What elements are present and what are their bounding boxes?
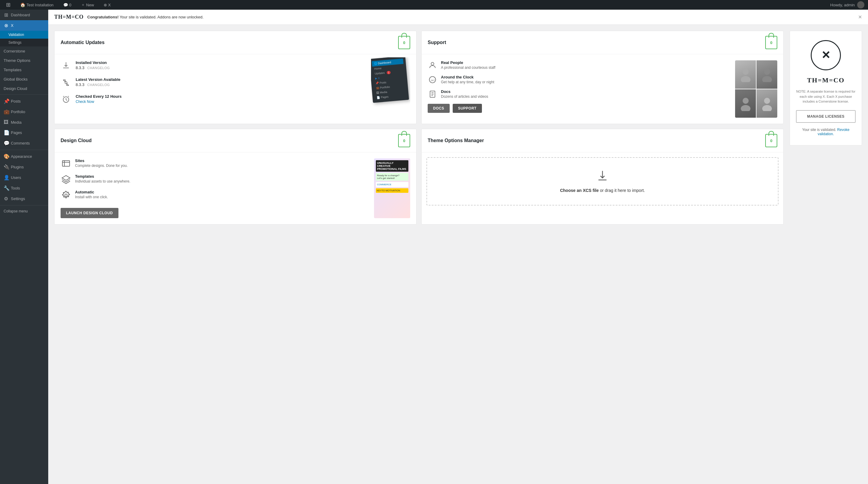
notice-close-button[interactable]: ✕: [858, 14, 862, 20]
dashboard-icon: ⊞: [4, 12, 8, 18]
clock-label: Around the Clock: [441, 75, 494, 79]
updates-lock-badge: 0: [398, 36, 410, 49]
support-panel: Support 0: [421, 31, 784, 124]
appearance-icon: 🎨: [4, 153, 8, 159]
real-people-item: Real People A professional and courteous…: [428, 60, 732, 70]
sidebar-item-design-cloud[interactable]: Design Cloud: [0, 84, 48, 93]
x-adminbar[interactable]: ⊗ X: [101, 0, 113, 10]
x-logo-circle: ✕: [811, 40, 841, 70]
launch-design-cloud-button[interactable]: LAUNCH DESIGN CLOUD: [61, 208, 119, 218]
x-promo-note: NOTE: A separate license is required for…: [796, 89, 856, 104]
svg-point-13: [741, 105, 750, 111]
support-lock-badge: 0: [765, 36, 777, 49]
latest-version-item: Latest Version Available 8.3.3 CHANGELOG: [61, 77, 366, 88]
right-sidebar: ✕ TH=M=CO NOTE: A separate license is re…: [789, 31, 862, 225]
x-menu-icon: ⊗: [4, 23, 8, 28]
sidebar-item-posts[interactable]: 📌 Posts: [0, 96, 48, 107]
svg-rect-16: [62, 161, 70, 166]
sidebar-item-pages[interactable]: 📄 Pages: [0, 127, 48, 138]
clock-desc: Get help at any time, day or night: [441, 80, 494, 84]
latest-changelog-link[interactable]: CHANGELOG: [87, 83, 110, 87]
sidebar-item-portfolio[interactable]: 💼 Portfolio: [0, 107, 48, 117]
sidebar-item-settings[interactable]: ⚙ Settings: [0, 193, 48, 204]
new-content[interactable]: ＋ New: [79, 0, 96, 10]
comments-link[interactable]: 💬 0: [61, 0, 74, 10]
design-cloud-panel: Design Cloud 0: [54, 129, 416, 225]
sidebar-item-users[interactable]: 👤 Users: [0, 172, 48, 183]
svg-point-15: [762, 105, 772, 111]
notice-text: Congratulations! Your site is validated.…: [87, 15, 855, 19]
installed-changelog-link[interactable]: CHANGELOG: [87, 66, 110, 70]
installed-version-item: Installed Version 8.3.3 CHANGELOG: [61, 60, 366, 71]
sidebar: ⊞ Dashboard ⊗ X Validation Settings: [0, 10, 48, 484]
sidebar-item-theme-options[interactable]: Theme Options: [0, 56, 48, 65]
svg-point-14: [764, 98, 770, 104]
sites-label: Sites: [75, 159, 128, 163]
site-name[interactable]: 🏠 Test Installation: [18, 0, 56, 10]
media-icon: 🖼: [4, 119, 8, 125]
gear-icon: [61, 190, 71, 201]
x-validated-text: Your site is validated. Revoke validatio…: [796, 127, 856, 136]
docs-button[interactable]: DOCS: [428, 104, 450, 113]
design-templates-item: Templates Individual assets to use anywh…: [61, 174, 369, 185]
sites-icon: [61, 159, 71, 169]
latest-version-value: 8.3.3: [76, 82, 84, 87]
check-now-link[interactable]: Check Now: [76, 99, 94, 104]
docs-label: Docs: [441, 89, 488, 94]
sidebar-item-collapse[interactable]: Collapse menu: [0, 207, 48, 216]
real-people-desc: A professional and courteous staff: [441, 65, 495, 70]
svg-point-20: [65, 194, 67, 196]
comments-menu-icon: 💬: [4, 140, 8, 146]
sidebar-item-tools[interactable]: 🔧 Tools: [0, 183, 48, 193]
svg-point-11: [762, 76, 772, 82]
support-panel-title: Support: [428, 40, 446, 45]
sites-desc: Complete designs. Done for you.: [75, 164, 128, 168]
docs-desc: Dozens of articles and videos: [441, 94, 488, 99]
design-templates-label: Templates: [75, 174, 130, 179]
sidebar-item-plugins[interactable]: 🔌 Plugins: [0, 162, 48, 172]
manage-licenses-button[interactable]: MANAGE LICENSES: [796, 110, 856, 123]
xcs-drop-area[interactable]: Choose an XCS file or drag it here to im…: [427, 157, 778, 205]
svg-text:24/7: 24/7: [431, 79, 435, 82]
layers-icon: [61, 174, 71, 185]
sidebar-item-appearance[interactable]: 🎨 Appearance: [0, 151, 48, 162]
admin-bar-right: Howdy, admin: [830, 1, 864, 8]
settings-icon: ⚙: [4, 196, 8, 202]
download-icon: [61, 60, 71, 71]
design-cloud-panel-title: Design Cloud: [61, 138, 92, 143]
sidebar-item-dashboard[interactable]: ⊞ Dashboard: [0, 10, 48, 20]
sidebar-item-media[interactable]: 🖼 Media: [0, 117, 48, 127]
svg-point-12: [743, 98, 749, 104]
svg-point-9: [741, 76, 750, 82]
check-interval-item: Checked Every 12 Hours Check Now: [61, 94, 366, 105]
installed-version-label: Installed Version: [76, 60, 110, 65]
tools-icon: 🔧: [4, 185, 8, 191]
clock-icon: [61, 94, 71, 105]
updates-panel: Automatic Updates 0: [54, 31, 416, 124]
design-cloud-lock-badge: 0: [398, 134, 410, 147]
sidebar-item-comments[interactable]: 💬 Comments: [0, 138, 48, 148]
pages-icon: 📄: [4, 130, 8, 136]
support-button[interactable]: SUPPORT: [453, 104, 482, 113]
docs-item: Docs Dozens of articles and videos: [428, 89, 732, 99]
clock-item: 24/7 Around the Clock Get help at any ti…: [428, 75, 732, 84]
svg-marker-19: [62, 176, 70, 180]
real-people-label: Real People: [441, 60, 495, 65]
x-themeco-logo: TH=M=CO: [796, 76, 856, 84]
admin-bar: ⊞ 🏠 Test Installation 💬 0 ＋ New ⊗ X Howd…: [0, 0, 868, 10]
theme-options-lock-badge: 0: [765, 134, 777, 147]
sidebar-item-validation[interactable]: Validation: [0, 31, 48, 39]
svg-point-8: [743, 69, 749, 75]
sidebar-item-templates[interactable]: Templates: [0, 65, 48, 75]
sidebar-item-global-blocks[interactable]: Global Blocks: [0, 75, 48, 84]
wp-logo[interactable]: ⊞: [4, 0, 13, 10]
update-icon: [61, 77, 71, 88]
sidebar-item-cornerstone[interactable]: Cornerstone: [0, 47, 48, 56]
plugins-icon: 🔌: [4, 164, 8, 170]
svg-point-0: [65, 82, 67, 84]
person-icon: [428, 60, 437, 70]
portfolio-icon: 💼: [4, 109, 8, 115]
svg-point-1: [431, 62, 434, 65]
sidebar-item-x[interactable]: ⊗ X Validation Settings: [0, 20, 48, 47]
sidebar-item-settings[interactable]: Settings: [0, 39, 48, 47]
